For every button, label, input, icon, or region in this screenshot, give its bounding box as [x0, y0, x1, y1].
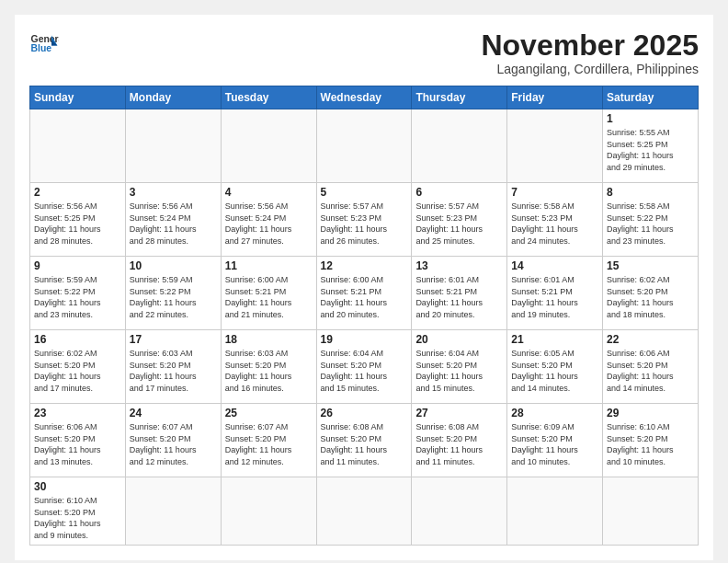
day-number: 2	[34, 186, 121, 199]
calendar-day-cell: 16Sunrise: 6:02 AM Sunset: 5:20 PM Dayli…	[30, 330, 126, 404]
day-info: Sunrise: 6:03 AM Sunset: 5:20 PM Dayligh…	[130, 348, 217, 394]
weekday-header-saturday: Saturday	[603, 86, 699, 109]
weekday-header-tuesday: Tuesday	[221, 86, 316, 109]
calendar-day-cell: 23Sunrise: 6:06 AM Sunset: 5:20 PM Dayli…	[30, 404, 126, 477]
day-info: Sunrise: 5:57 AM Sunset: 5:23 PM Dayligh…	[321, 201, 408, 247]
calendar-day-cell: 7Sunrise: 5:58 AM Sunset: 5:23 PM Daylig…	[507, 183, 603, 257]
day-info: Sunrise: 6:02 AM Sunset: 5:20 PM Dayligh…	[34, 348, 121, 394]
calendar-day-cell: 19Sunrise: 6:04 AM Sunset: 5:20 PM Dayli…	[316, 330, 412, 404]
day-info: Sunrise: 6:06 AM Sunset: 5:20 PM Dayligh…	[607, 348, 694, 394]
calendar-day-cell	[603, 477, 699, 545]
day-info: Sunrise: 6:03 AM Sunset: 5:20 PM Dayligh…	[225, 348, 313, 394]
calendar-day-cell: 3Sunrise: 5:56 AM Sunset: 5:24 PM Daylig…	[125, 183, 221, 257]
weekday-header-friday: Friday	[507, 86, 603, 109]
day-number: 8	[607, 186, 694, 199]
day-number: 9	[34, 259, 121, 272]
month-title: November 2025	[481, 29, 699, 62]
calendar-day-cell: 28Sunrise: 6:09 AM Sunset: 5:20 PM Dayli…	[507, 404, 603, 477]
day-number: 11	[225, 259, 313, 272]
day-number: 1	[607, 112, 694, 125]
title-block: November 2025 Lagangilang, Cordillera, P…	[481, 29, 699, 76]
calendar-day-cell: 21Sunrise: 6:05 AM Sunset: 5:20 PM Dayli…	[507, 330, 603, 404]
calendar-day-cell	[125, 109, 221, 183]
day-info: Sunrise: 6:10 AM Sunset: 5:20 PM Dayligh…	[607, 421, 694, 467]
day-info: Sunrise: 6:10 AM Sunset: 5:20 PM Dayligh…	[34, 495, 121, 541]
calendar-day-cell: 12Sunrise: 6:00 AM Sunset: 5:21 PM Dayli…	[316, 257, 412, 330]
calendar-day-cell: 18Sunrise: 6:03 AM Sunset: 5:20 PM Dayli…	[221, 330, 316, 404]
calendar-week-row: 2Sunrise: 5:56 AM Sunset: 5:25 PM Daylig…	[30, 183, 699, 257]
calendar-day-cell: 14Sunrise: 6:01 AM Sunset: 5:21 PM Dayli…	[507, 257, 603, 330]
weekday-header-thursday: Thursday	[412, 86, 507, 109]
calendar-day-cell: 24Sunrise: 6:07 AM Sunset: 5:20 PM Dayli…	[125, 404, 221, 477]
day-number: 19	[321, 333, 408, 346]
weekday-header-sunday: Sunday	[30, 86, 126, 109]
day-number: 12	[321, 259, 408, 272]
calendar-day-cell	[507, 477, 603, 545]
calendar-day-cell: 25Sunrise: 6:07 AM Sunset: 5:20 PM Dayli…	[221, 404, 316, 477]
day-info: Sunrise: 6:02 AM Sunset: 5:20 PM Dayligh…	[607, 274, 694, 320]
calendar-day-cell: 17Sunrise: 6:03 AM Sunset: 5:20 PM Dayli…	[125, 330, 221, 404]
calendar-day-cell: 29Sunrise: 6:10 AM Sunset: 5:20 PM Dayli…	[603, 404, 699, 477]
calendar-day-cell: 13Sunrise: 6:01 AM Sunset: 5:21 PM Dayli…	[412, 257, 507, 330]
calendar-day-cell: 22Sunrise: 6:06 AM Sunset: 5:20 PM Dayli…	[603, 330, 699, 404]
weekday-header-row: SundayMondayTuesdayWednesdayThursdayFrid…	[30, 86, 699, 109]
calendar-day-cell: 15Sunrise: 6:02 AM Sunset: 5:20 PM Dayli…	[603, 257, 699, 330]
calendar-week-row: 16Sunrise: 6:02 AM Sunset: 5:20 PM Dayli…	[30, 330, 699, 404]
weekday-header-wednesday: Wednesday	[316, 86, 412, 109]
day-number: 16	[34, 333, 121, 346]
day-info: Sunrise: 5:57 AM Sunset: 5:23 PM Dayligh…	[415, 201, 503, 247]
day-number: 7	[511, 186, 598, 199]
day-info: Sunrise: 6:07 AM Sunset: 5:20 PM Dayligh…	[225, 421, 313, 467]
day-number: 21	[511, 333, 598, 346]
calendar-day-cell	[412, 477, 507, 545]
day-info: Sunrise: 5:58 AM Sunset: 5:22 PM Dayligh…	[607, 201, 694, 247]
day-info: Sunrise: 5:55 AM Sunset: 5:25 PM Dayligh…	[607, 127, 694, 173]
day-number: 17	[130, 333, 217, 346]
day-number: 18	[225, 333, 313, 346]
day-info: Sunrise: 6:00 AM Sunset: 5:21 PM Dayligh…	[225, 274, 313, 320]
logo: General Blue	[29, 29, 59, 59]
day-number: 15	[607, 259, 694, 272]
day-info: Sunrise: 6:04 AM Sunset: 5:20 PM Dayligh…	[415, 348, 503, 394]
day-number: 27	[415, 407, 503, 419]
calendar-day-cell: 4Sunrise: 5:56 AM Sunset: 5:24 PM Daylig…	[221, 183, 316, 257]
day-info: Sunrise: 5:56 AM Sunset: 5:24 PM Dayligh…	[225, 201, 313, 247]
calendar-day-cell: 30Sunrise: 6:10 AM Sunset: 5:20 PM Dayli…	[30, 477, 126, 545]
day-number: 20	[415, 333, 503, 346]
day-info: Sunrise: 5:56 AM Sunset: 5:25 PM Dayligh…	[34, 201, 121, 247]
day-info: Sunrise: 5:56 AM Sunset: 5:24 PM Dayligh…	[130, 201, 217, 247]
calendar-day-cell	[316, 477, 412, 545]
header: General Blue November 2025 Lagangilang, …	[29, 29, 699, 76]
calendar-day-cell	[316, 109, 412, 183]
day-info: Sunrise: 6:04 AM Sunset: 5:20 PM Dayligh…	[321, 348, 408, 394]
day-info: Sunrise: 5:59 AM Sunset: 5:22 PM Dayligh…	[34, 274, 121, 320]
day-info: Sunrise: 6:07 AM Sunset: 5:20 PM Dayligh…	[130, 421, 217, 467]
calendar-week-row: 23Sunrise: 6:06 AM Sunset: 5:20 PM Dayli…	[30, 404, 699, 477]
day-info: Sunrise: 6:01 AM Sunset: 5:21 PM Dayligh…	[415, 274, 503, 320]
day-number: 23	[34, 407, 121, 419]
day-info: Sunrise: 6:08 AM Sunset: 5:20 PM Dayligh…	[321, 421, 408, 467]
day-number: 24	[130, 407, 217, 419]
calendar-day-cell: 2Sunrise: 5:56 AM Sunset: 5:25 PM Daylig…	[30, 183, 126, 257]
day-info: Sunrise: 6:01 AM Sunset: 5:21 PM Dayligh…	[511, 274, 598, 320]
calendar-day-cell: 5Sunrise: 5:57 AM Sunset: 5:23 PM Daylig…	[316, 183, 412, 257]
svg-text:Blue: Blue	[31, 43, 52, 53]
calendar-week-row: 30Sunrise: 6:10 AM Sunset: 5:20 PM Dayli…	[30, 477, 699, 545]
day-number: 14	[511, 259, 598, 272]
day-number: 13	[415, 259, 503, 272]
day-number: 4	[225, 186, 313, 199]
calendar-day-cell: 10Sunrise: 5:59 AM Sunset: 5:22 PM Dayli…	[125, 257, 221, 330]
calendar-day-cell: 1Sunrise: 5:55 AM Sunset: 5:25 PM Daylig…	[603, 109, 699, 183]
day-info: Sunrise: 5:58 AM Sunset: 5:23 PM Dayligh…	[511, 201, 598, 247]
calendar-day-cell: 26Sunrise: 6:08 AM Sunset: 5:20 PM Dayli…	[316, 404, 412, 477]
day-number: 22	[607, 333, 694, 346]
calendar-day-cell	[125, 477, 221, 545]
day-number: 5	[321, 186, 408, 199]
calendar-day-cell: 11Sunrise: 6:00 AM Sunset: 5:21 PM Dayli…	[221, 257, 316, 330]
day-number: 10	[130, 259, 217, 272]
calendar-day-cell	[507, 109, 603, 183]
calendar-day-cell	[412, 109, 507, 183]
day-number: 3	[130, 186, 217, 199]
day-info: Sunrise: 6:06 AM Sunset: 5:20 PM Dayligh…	[34, 421, 121, 467]
calendar-day-cell: 20Sunrise: 6:04 AM Sunset: 5:20 PM Dayli…	[412, 330, 507, 404]
